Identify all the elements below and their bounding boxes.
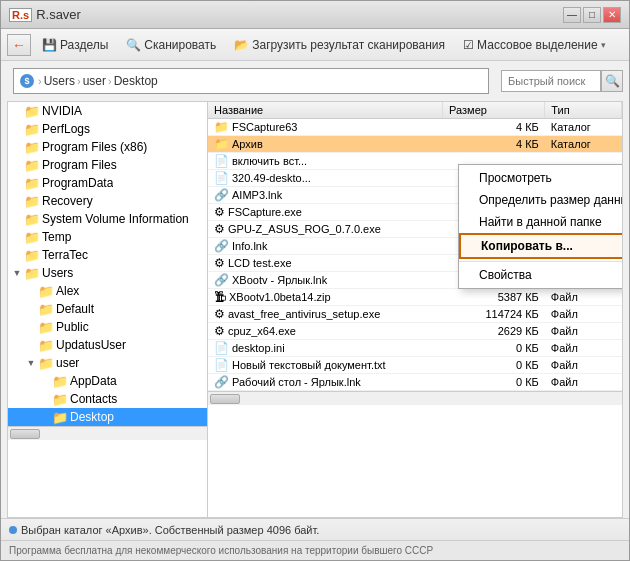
tree-item-public[interactable]: 📁Public	[8, 318, 207, 336]
file-size: 114724 КБ	[443, 306, 545, 323]
context-menu-item-calc_size[interactable]: Определить размер данных	[459, 189, 622, 211]
tree-label-terratec: TerraTec	[42, 248, 88, 262]
tree-toggle-user[interactable]: ▼	[24, 356, 38, 370]
tree-item-terratec[interactable]: 📁TerraTec	[8, 246, 207, 264]
tree-toggle-perflogs[interactable]	[10, 122, 24, 136]
file-size: 4 КБ	[443, 136, 545, 153]
file-type-icon: 📄	[214, 341, 229, 355]
table-row[interactable]: ⚙cpuz_x64.exe2629 КБФайл	[208, 323, 622, 340]
tree-toggle-program_files_x86[interactable]	[10, 140, 24, 154]
col-header-name[interactable]: Название	[208, 102, 443, 119]
tree-item-updatususer[interactable]: 📁UpdatusUser	[8, 336, 207, 354]
tree-item-default[interactable]: 📁Default	[8, 300, 207, 318]
footer-text: Программа бесплатна для некоммерческого …	[9, 545, 433, 556]
path-user: user	[83, 74, 106, 88]
folder-icon-default: 📁	[38, 301, 54, 317]
scan-button[interactable]: 🔍 Сканировать	[119, 35, 223, 55]
close-button[interactable]: ✕	[603, 7, 621, 23]
file-type-icon: ⚙	[214, 256, 225, 270]
address-bar[interactable]: $ › Users › user › Desktop	[13, 68, 489, 94]
load-scan-button[interactable]: 📂 Загрузить результат сканирования	[227, 35, 452, 55]
drive-label: $	[24, 76, 29, 86]
tree-toggle-public[interactable]	[24, 320, 38, 334]
tree-label-desktop: Desktop	[70, 410, 114, 424]
dropdown-arrow-icon: ▾	[601, 40, 606, 50]
tree-toggle-program_files[interactable]	[10, 158, 24, 172]
file-name: LCD test.exe	[228, 257, 292, 269]
tree-item-temp[interactable]: 📁Temp	[8, 228, 207, 246]
back-button[interactable]: ←	[7, 34, 31, 56]
file-size: 5387 КБ	[443, 289, 545, 306]
context-menu-item-properties[interactable]: Свойства	[459, 264, 622, 286]
right-panel-hscrollbar[interactable]	[208, 391, 622, 405]
tree-label-default: Default	[56, 302, 94, 316]
table-row[interactable]: ⚙avast_free_antivirus_setup.exe114724 КБ…	[208, 306, 622, 323]
load-scan-label: Загрузить результат сканирования	[252, 38, 445, 52]
tree-label-programdata: ProgramData	[42, 176, 113, 190]
file-name: XBootv1.0beta14.zip	[229, 291, 331, 303]
table-row[interactable]: 📄desktop.ini0 КБФайл	[208, 340, 622, 357]
tree-item-desktop[interactable]: 📁Desktop	[8, 408, 207, 426]
tree-item-program_files[interactable]: 📁Program Files	[8, 156, 207, 174]
tree-toggle-appdata[interactable]	[38, 374, 52, 388]
tree-label-user: user	[56, 356, 79, 370]
tree-toggle-contacts[interactable]	[38, 392, 52, 406]
table-row[interactable]: 📄Новый текстовый документ.txt0 КБФайл	[208, 357, 622, 374]
status-text: Выбран каталог «Архив». Собственный разм…	[21, 524, 319, 536]
tree-item-appdata[interactable]: 📁AppData	[8, 372, 207, 390]
tree-item-system_volume[interactable]: 📁System Volume Information	[8, 210, 207, 228]
file-size: 2629 КБ	[443, 323, 545, 340]
col-header-size[interactable]: Размер	[443, 102, 545, 119]
tree-toggle-recovery[interactable]	[10, 194, 24, 208]
table-row[interactable]: 📁FSCapture634 КБКаталог	[208, 119, 622, 136]
search-button[interactable]: 🔍	[601, 70, 623, 92]
context-menu-item-copy_to[interactable]: Копировать в...	[459, 233, 622, 259]
tree-item-recovery[interactable]: 📁Recovery	[8, 192, 207, 210]
file-size: 4 КБ	[443, 119, 545, 136]
right-hscrollbar-thumb[interactable]	[210, 394, 240, 404]
tree-item-nvidia[interactable]: 📁NVIDIA	[8, 102, 207, 120]
tree-item-program_files_x86[interactable]: 📁Program Files (x86)	[8, 138, 207, 156]
tree-toggle-alex[interactable]	[24, 284, 38, 298]
search-container: 🔍	[501, 70, 623, 92]
sections-button[interactable]: 💾 Разделы	[35, 35, 115, 55]
col-header-type[interactable]: Тип	[545, 102, 622, 119]
tree-item-perflogs[interactable]: 📁PerfLogs	[8, 120, 207, 138]
file-type: Файл	[545, 374, 622, 391]
tree-toggle-nvidia[interactable]	[10, 104, 24, 118]
tree-toggle-programdata[interactable]	[10, 176, 24, 190]
tree-item-users[interactable]: ▼📁Users	[8, 264, 207, 282]
file-name: desktop.ini	[232, 342, 285, 354]
footer-bar: Программа бесплатна для некоммерческого …	[1, 540, 629, 560]
file-name: Рабочий стол - Ярлык.lnk	[232, 376, 361, 388]
tree-toggle-terratec[interactable]	[10, 248, 24, 262]
left-panel-hscrollbar[interactable]	[8, 426, 207, 440]
folder-icon-terratec: 📁	[24, 247, 40, 263]
tree-item-contacts[interactable]: 📁Contacts	[8, 390, 207, 408]
search-input[interactable]	[501, 70, 601, 92]
file-type-icon: ⚙	[214, 222, 225, 236]
main-content: 📁NVIDIA📁PerfLogs📁Program Files (x86)📁Pro…	[7, 101, 623, 518]
context-menu-item-find_in_folder[interactable]: Найти в данной папке	[459, 211, 622, 233]
maximize-button[interactable]: □	[583, 7, 601, 23]
tree-toggle-default[interactable]	[24, 302, 38, 316]
file-name: AIMP3.lnk	[232, 189, 282, 201]
tree-item-user[interactable]: ▼📁user	[8, 354, 207, 372]
table-row[interactable]: 🗜XBootv1.0beta14.zip5387 КБФайл	[208, 289, 622, 306]
file-type: Файл	[545, 357, 622, 374]
context-menu-item-preview[interactable]: Просмотреть	[459, 167, 622, 189]
tree-toggle-users[interactable]: ▼	[10, 266, 24, 280]
bulk-select-button[interactable]: ☑ Массовое выделение ▾	[456, 35, 613, 55]
tree-item-programdata[interactable]: 📁ProgramData	[8, 174, 207, 192]
file-type-icon: 🔗	[214, 239, 229, 253]
table-row[interactable]: 🔗Рабочий стол - Ярлык.lnk0 КБФайл	[208, 374, 622, 391]
minimize-button[interactable]: —	[563, 7, 581, 23]
tree-toggle-system_volume[interactable]	[10, 212, 24, 226]
tree-toggle-desktop[interactable]	[38, 410, 52, 424]
table-row[interactable]: 📁Архив4 КБКаталог	[208, 136, 622, 153]
tree-toggle-temp[interactable]	[10, 230, 24, 244]
hscrollbar-thumb[interactable]	[10, 429, 40, 439]
tree-toggle-updatususer[interactable]	[24, 338, 38, 352]
tree-item-alex[interactable]: 📁Alex	[8, 282, 207, 300]
file-type-icon: 🗜	[214, 290, 226, 304]
